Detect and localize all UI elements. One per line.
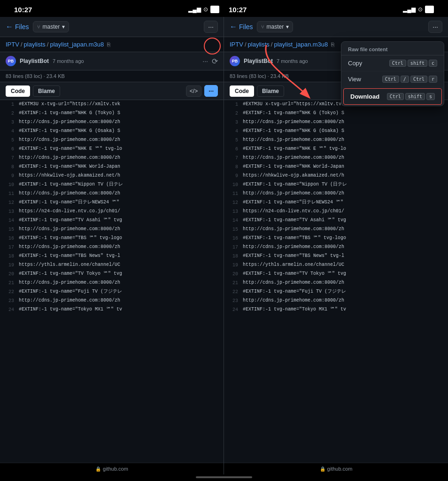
line-number: 7	[3, 154, 14, 163]
line-number: 17	[3, 243, 14, 252]
code-line: 5http://cdns.jp-primehome.com:8000/zh	[224, 136, 448, 145]
wifi-icon-left: ⊙	[203, 6, 208, 13]
line-number: 9	[3, 171, 14, 180]
branch-button-right[interactable]: ⑂ master ▾	[257, 21, 294, 32]
back-button-right[interactable]: ← Files	[230, 23, 253, 31]
breadcrumb-folder-right[interactable]: playlists	[248, 41, 270, 48]
line-number: 2	[227, 109, 238, 118]
code-line: 8#EXTINF:-1 tvg-name="NHK World-Japan	[224, 163, 448, 171]
line-number: 7	[227, 154, 238, 163]
line-content: #EXTINF:-1 tvg-name="NHK World-Japan	[19, 163, 120, 171]
line-number: 24	[3, 305, 14, 314]
breadcrumb-root-right[interactable]: IPTV	[230, 41, 243, 48]
line-number: 5	[3, 136, 14, 145]
breadcrumb-left: IPTV / playlists / playlist_japan.m3u8 ⎘	[0, 37, 224, 52]
line-content: #EXTINF:-1 tvg-name="Fuji TV (フジテレ	[19, 287, 122, 296]
more-button-right[interactable]: ···	[428, 21, 442, 33]
line-number: 11	[3, 189, 14, 198]
dropdown-copy[interactable]: Copy Ctrl shift c	[341, 55, 444, 71]
commit-right-left-section: PB PlaylistBot 7 months ago	[230, 56, 308, 66]
code-line: 12#EXTINF:-1 tvg-name="日テレNEWS24 ℠"	[224, 198, 448, 207]
code-line: 14#EXTINF:-1 tvg-name="TV Asahi ℠" tvg	[0, 216, 224, 225]
signal-icon-right: ▂▄▆	[403, 6, 416, 13]
toolbar-tabs-right: Code Blame	[230, 85, 284, 97]
code-line: 4#EXTINF:-1 tvg-name="NHK G (Osaka) S	[224, 127, 448, 136]
commit-time-left: 7 months ago	[53, 58, 84, 64]
download-shortcuts: Ctrl shift s	[387, 93, 435, 100]
line-number: 21	[227, 279, 238, 287]
code-line: 10#EXTINF:-1 tvg-name="Nippon TV (日テレ	[0, 180, 224, 189]
line-number: 20	[3, 270, 14, 279]
line-content: https://nhkwlive-ojp.akamaized.net/h	[243, 171, 344, 180]
line-number: 21	[3, 279, 14, 287]
line-content: http://cdns.jp-primehome.com:8000/zh	[19, 136, 120, 144]
status-bar: 10:27 ▂▄▆ ⊙ 60 10:27 ▂▄▆ ⊙ 60	[0, 0, 448, 17]
line-number: 11	[227, 189, 238, 198]
view-kbd3: Ctrl	[410, 76, 427, 83]
code-line: 24#EXTINF:-1 tvg-name="Tokyo MX1 ℠" tv	[0, 305, 224, 314]
copy-shortcuts: Ctrl shift c	[389, 60, 437, 67]
view-label: View	[348, 76, 361, 83]
line-number: 15	[227, 225, 238, 234]
code-area-left[interactable]: 1#EXTM3U x-tvg-url="https://xmltv.tvk2#E…	[0, 100, 224, 463]
code-line: 21http://cdns.jp-primehome.com:8000/zh	[0, 279, 224, 287]
line-content: http://cdns.jp-primehome.com:8000/zh	[243, 296, 344, 305]
more-button-left[interactable]: ···	[204, 21, 218, 33]
branch-label-right: master	[267, 23, 284, 30]
line-number: 20	[227, 270, 238, 279]
history-icon-left[interactable]: ⟳	[212, 57, 218, 66]
line-number: 23	[3, 296, 14, 305]
code-line: 12#EXTINF:-1 tvg-name="日テレNEWS24 ℠"	[0, 198, 224, 207]
line-number: 19	[227, 261, 238, 270]
right-panel: ← Files ⑂ master ▾ ··· IPTV / playlists …	[224, 17, 448, 474]
code-line: 22#EXTINF:-1 tvg-name="Fuji TV (フジテレ	[0, 287, 224, 296]
breadcrumb-file-left[interactable]: playlist_japan.m3u8	[50, 41, 104, 48]
code-line: 2#EXTINF:-1 tvg-name="NHK G (Tokyo) S	[224, 109, 448, 118]
blame-tab-left[interactable]: Blame	[33, 85, 60, 97]
line-content: #EXTINF:-1 tvg-name="Fuji TV (フジテレ	[243, 287, 346, 296]
code-tab-left[interactable]: Code	[6, 85, 30, 97]
lock-icon-right: 🔒	[320, 466, 325, 472]
raw-icon-button-left[interactable]: </>	[186, 85, 201, 97]
line-number: 22	[3, 287, 14, 296]
blame-tab-right[interactable]: Blame	[257, 85, 284, 97]
dl-kbd1: Ctrl	[387, 93, 404, 100]
breadcrumb-folder-left[interactable]: playlists	[24, 41, 46, 48]
code-line: 19https://ythls.armelin.one/channel/UC	[224, 261, 448, 270]
line-number: 19	[3, 261, 14, 270]
lock-icon-left: 🔒	[95, 466, 101, 472]
bottom-bar-left: 🔒 github.com	[0, 463, 224, 474]
dl-kbd2: shift	[405, 93, 425, 100]
line-content: https://ythls.armelin.one/channel/UC	[243, 261, 344, 269]
line-content: #EXTINF:-1 tvg-name="TV Tokyo ℠" tvg	[19, 270, 122, 278]
commit-right-section: ··· ⟳	[202, 57, 218, 66]
dropdown-view[interactable]: View Ctrl / Ctrl r	[341, 71, 444, 87]
line-content: http://cdns.jp-primehome.com:8000/zh	[19, 243, 120, 251]
copy-kbd2: shift	[408, 60, 427, 67]
line-content: http://cdns.jp-primehome.com:8000/zh	[243, 225, 344, 233]
copy-kbd1: Ctrl	[389, 60, 406, 67]
view-kbd1: Ctrl	[382, 76, 399, 83]
code-tab-right[interactable]: Code	[230, 85, 254, 97]
battery-left: 60	[210, 6, 219, 13]
breadcrumb-root-left[interactable]: IPTV	[6, 41, 19, 48]
left-nav-bar: ← Files ⑂ master ▾ ···	[0, 17, 224, 37]
branch-button-left[interactable]: ⑂ master ▾	[33, 21, 70, 32]
more-dots-button-left[interactable]: ···	[204, 85, 218, 97]
commit-dots-left[interactable]: ···	[202, 57, 208, 65]
bottom-bar-right: 🔒 github.com	[224, 463, 448, 474]
copy-path-icon-right[interactable]: ⎘	[331, 41, 334, 48]
code-line: 19https://ythls.armelin.one/channel/UC	[0, 261, 224, 270]
line-content: http://cdns.jp-primehome.com:8000/zh	[243, 189, 344, 198]
code-line: 18#EXTINF:-1 tvg-name="TBS News" tvg-l	[224, 252, 448, 261]
copy-kbd3: c	[429, 60, 437, 67]
code-area-right[interactable]: 1#EXTM3U x-tvg-url="https://xmltv.tvk2#E…	[224, 100, 448, 463]
code-line: 4#EXTINF:-1 tvg-name="NHK G (Osaka) S	[0, 127, 224, 136]
line-number: 8	[3, 163, 14, 171]
copy-path-icon-left[interactable]: ⎘	[107, 41, 110, 48]
code-toolbar-left: Code Blame </> ···	[0, 82, 224, 100]
dropdown-download[interactable]: Download Ctrl shift s	[343, 88, 442, 105]
back-button-left[interactable]: ← Files	[6, 23, 29, 31]
breadcrumb-file-right[interactable]: playlist_japan.m3u8	[274, 41, 328, 48]
code-line: 15http://cdns.jp-primehome.com:8000/zh	[224, 225, 448, 234]
